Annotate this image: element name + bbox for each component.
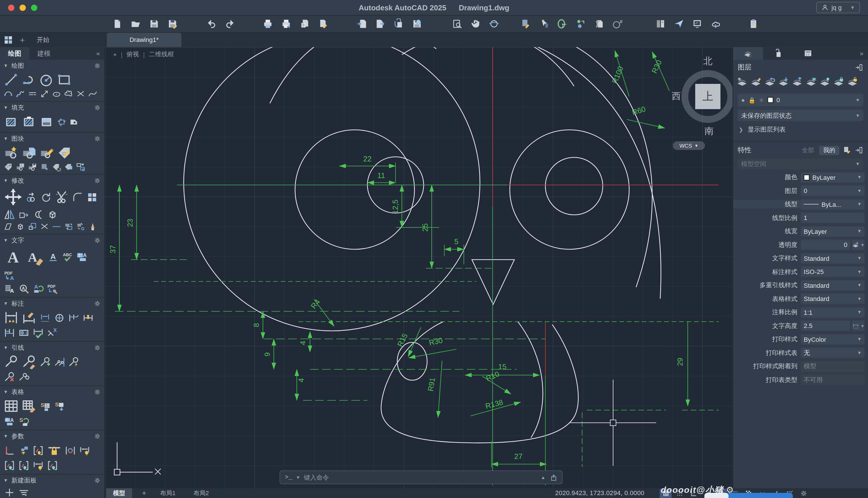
replace-tool[interactable] [76,222,85,232]
cloud-button[interactable] [708,17,722,30]
section-header[interactable]: ▼绘图 [3,61,101,71]
hatch-tool[interactable] [3,114,19,130]
gear-icon[interactable] [94,135,101,142]
wipeout-tool[interactable] [69,117,79,127]
cloud2-tool[interactable] [64,89,73,99]
dtol-tool[interactable]: .1 [18,327,30,339]
offset-tool[interactable] [32,209,44,221]
dbase-tool[interactable] [3,327,15,339]
underA-tool[interactable]: A [47,251,59,263]
properties-tab-my[interactable]: 我的 [819,146,839,155]
layer-unlock-icon[interactable] [847,76,858,88]
brk2-tool[interactable] [3,459,15,472]
leader-tool[interactable] [3,354,19,370]
gear-icon[interactable] [94,62,101,69]
geo-button[interactable] [555,17,569,30]
easel-button[interactable] [592,17,606,30]
status-grid-toggle[interactable] [660,488,672,498]
expand-history-icon[interactable]: ▲ [541,475,545,480]
brk3-tool[interactable] [18,459,30,472]
gear-icon[interactable] [94,104,101,112]
export-button[interactable] [373,17,387,30]
textsync-tool[interactable]: A [32,283,44,295]
rotate-tool[interactable] [40,191,52,203]
new-tab-icon[interactable]: ＋ [18,35,26,45]
section-header[interactable]: ▼表格 [3,387,101,397]
monitor-button[interactable] [690,17,704,30]
table-tool[interactable] [3,398,19,414]
layer-select[interactable]: ● 🔒 ❄ 0 ▼ [738,94,864,106]
status-ortho-toggle[interactable] [687,488,699,498]
mlines-tool[interactable] [28,89,37,99]
page-setup-button[interactable] [316,17,329,30]
dimrot-tool[interactable] [64,444,76,456]
dcheck-tool[interactable] [32,327,44,339]
show-layer-list[interactable]: ❯ 显示图层列表 [733,121,868,138]
viewcube-top-face[interactable]: 上 [695,84,720,109]
tab-layout2[interactable]: 布局2 [187,488,216,498]
arc-tool[interactable] [3,89,13,99]
zoom-window-button[interactable] [450,17,464,30]
leaderbrush-tool[interactable] [21,354,37,370]
stretch-tool[interactable] [18,209,30,221]
blocksave-tool[interactable] [28,162,37,172]
section-header[interactable]: ▼引线 [3,343,101,353]
plot-button[interactable] [261,17,274,30]
property-value-图层[interactable]: 0▼ [801,186,865,196]
lflash-tool[interactable] [68,356,80,368]
orbit-button[interactable] [487,17,501,30]
compare-button[interactable] [653,17,667,30]
findA-tool[interactable]: A [18,283,30,295]
dlin-tool[interactable] [39,312,51,324]
copy-tool[interactable] [25,191,37,203]
resize-tool[interactable] [40,89,49,99]
viewcube-south[interactable]: 南 [704,126,714,137]
dimlock-tool[interactable] [46,442,62,458]
move-tool[interactable] [3,187,23,207]
share-button[interactable] [672,17,686,30]
slant-tool[interactable] [3,222,13,232]
tagsync-tool[interactable] [52,162,62,172]
layer-user-icon[interactable] [736,76,748,88]
tab-layout1[interactable]: 布局1 [153,488,182,498]
ts1-tool[interactable]: S [39,400,51,412]
gradient-tool[interactable] [39,114,55,130]
tab-modeling[interactable]: 建模 [29,47,58,60]
layer-down-icon[interactable] [778,76,789,88]
ladd-tool[interactable] [39,356,51,368]
gear-icon[interactable] [94,344,101,352]
boundary-tool[interactable] [57,117,67,127]
layer-lock-icon[interactable] [833,76,844,88]
app-grid-icon[interactable] [3,35,13,45]
dbreak-tool[interactable] [68,312,80,324]
breakx2-tool[interactable] [40,222,49,232]
rect-tool[interactable] [57,72,72,88]
list-tool[interactable] [18,486,30,498]
layer-up-icon[interactable] [792,76,803,88]
tab-model[interactable]: 模型 [106,488,132,498]
viewcube-north[interactable]: 北 [703,55,713,67]
tab-xref[interactable] [763,47,793,60]
cube-tool[interactable] [46,209,58,221]
viewcube-west[interactable]: 西 [672,90,681,103]
blocknew-tool[interactable] [3,145,19,161]
attach-button[interactable] [392,17,405,30]
layer-state-select[interactable]: 未保存的图层状态 ▼ [738,110,864,121]
splinen-tool[interactable] [15,89,25,99]
gear-icon[interactable] [94,388,101,396]
property-value-文字高度[interactable]: 2.5 [801,321,850,331]
clipboard-button[interactable] [746,17,760,30]
count-button[interactable]: # [610,17,624,30]
dimbrush-tool[interactable] [21,310,37,326]
more-panels-icon[interactable]: » [855,50,868,57]
save-web-button[interactable] [410,17,424,30]
plot-preview-button[interactable] [297,17,311,30]
property-value-标注样式[interactable]: ISO-25▼ [801,267,865,277]
new-layout-icon[interactable]: ＋ [141,488,148,498]
scalebox-tool[interactable] [28,222,37,232]
viewport-view-control[interactable]: 俯视 [126,50,139,58]
save-button[interactable] [147,17,161,30]
customize-gear-icon[interactable] [797,488,810,498]
lalign-tool[interactable] [53,356,66,368]
ellipse-tool[interactable] [52,89,62,99]
